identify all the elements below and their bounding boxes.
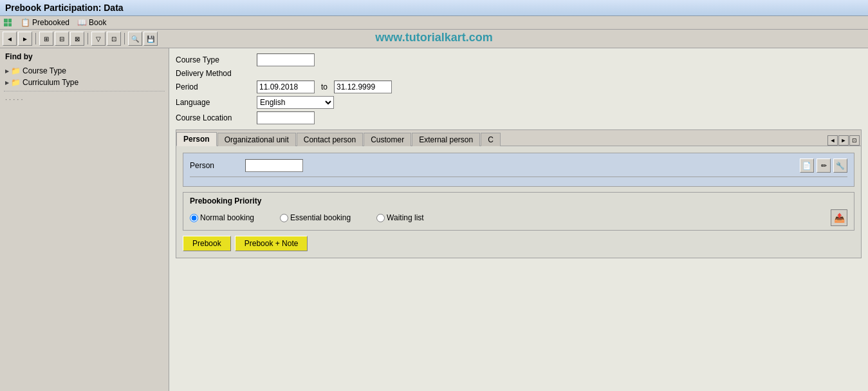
period-from-input[interactable] xyxy=(257,81,315,93)
person-form-row: Person 📄 ✏ 🔧 xyxy=(190,158,847,173)
prebooking-priority-box: Prebooking Priority Normal booking Essen… xyxy=(183,192,854,231)
toolbar-separator-1 xyxy=(35,33,36,44)
priority-essential[interactable]: Essential booking xyxy=(280,213,351,222)
period-to-label: to xyxy=(321,82,328,91)
tab-content-person: Person 📄 ✏ 🔧 Prebooking Priority xyxy=(176,146,861,258)
tab-organizational-unit[interactable]: Organizational unit xyxy=(217,133,296,146)
sap-logo-icon xyxy=(3,17,13,28)
toolbar-btn-7[interactable]: ⊡ xyxy=(107,32,121,46)
menu-book[interactable]: 📖 Book xyxy=(77,18,106,27)
prebook-button[interactable]: Prebook xyxy=(183,236,231,251)
forward-button[interactable]: ► xyxy=(18,32,32,46)
priority-options: Normal booking Essential booking Waiting… xyxy=(190,209,847,226)
tab-customer[interactable]: Customer xyxy=(364,133,411,146)
tree-label-course-type: Course Type xyxy=(23,66,66,75)
prebook-note-button[interactable]: Prebook + Note xyxy=(235,236,308,251)
tree-item-curriculum-type[interactable]: ▶ 📁 Curriculum Type xyxy=(3,77,166,88)
book-icon: 📖 xyxy=(77,18,87,27)
person-label: Person xyxy=(190,161,241,170)
toolbar-btn-6[interactable]: ▽ xyxy=(91,32,106,46)
book-label: Book xyxy=(89,18,106,27)
priority-waiting-radio[interactable] xyxy=(376,214,385,222)
delivery-method-row: Delivery Method xyxy=(176,69,862,78)
search-button[interactable]: 🔍 xyxy=(128,32,142,46)
save-button[interactable]: 💾 xyxy=(143,32,158,46)
person-edit-icon-btn[interactable]: ✏ xyxy=(817,158,831,173)
toolbar-btn-3[interactable]: ⊞ xyxy=(39,32,53,46)
toolbar: ◄ ► ⊞ ⊟ ⊠ ▽ ⊡ 🔍 💾 xyxy=(0,30,868,48)
period-row: Period to xyxy=(176,81,862,93)
menu-bar: 📋 Prebooked 📖 Book www.tutorialkart.com xyxy=(0,16,868,30)
person-inner-box: Person 📄 ✏ 🔧 xyxy=(183,153,854,187)
person-input[interactable] xyxy=(245,159,303,172)
priority-waiting-label: Waiting list xyxy=(387,213,424,222)
tabs-container: Person Organizational unit Contact perso… xyxy=(176,129,862,258)
course-type-label: Course Type xyxy=(176,55,253,64)
prebooking-priority-title: Prebooking Priority xyxy=(190,196,847,205)
tab-person-label: Person xyxy=(183,135,210,144)
course-location-row: Course Location xyxy=(176,111,862,124)
toolbar-btn-4[interactable]: ⊟ xyxy=(55,32,69,46)
tab-external-person[interactable]: External person xyxy=(412,133,480,146)
course-location-label: Course Location xyxy=(176,113,253,122)
right-panel: Course Type Delivery Method Period to La… xyxy=(169,48,868,391)
person-tab-icons: 📄 ✏ 🔧 xyxy=(799,158,847,173)
toolbar-separator-2 xyxy=(88,33,88,44)
period-label: Period xyxy=(176,82,253,91)
tabs-nav: ◄ ► ⊡ xyxy=(827,135,860,146)
tab-nav-prev[interactable]: ◄ xyxy=(827,135,838,146)
priority-normal-radio[interactable] xyxy=(190,214,198,222)
period-to-input[interactable] xyxy=(334,81,392,93)
prebooked-icon: 📋 xyxy=(21,18,30,27)
priority-essential-radio[interactable] xyxy=(280,214,288,222)
tabs-header: Person Organizational unit Contact perso… xyxy=(176,130,861,146)
priority-send-button[interactable]: 📤 xyxy=(831,209,847,226)
priority-waiting[interactable]: Waiting list xyxy=(376,213,424,222)
tree-footer: · · · · · xyxy=(3,94,166,104)
folder-icon-curriculum-type: 📁 xyxy=(11,78,21,87)
back-button[interactable]: ◄ xyxy=(3,32,17,46)
tab-nav-expand[interactable]: ⊡ xyxy=(849,135,860,146)
tree-item-course-type[interactable]: ▶ 📁 Course Type xyxy=(3,65,166,77)
tab-person[interactable]: Person xyxy=(176,132,217,146)
person-new-icon-btn[interactable]: 📄 xyxy=(800,158,814,173)
find-by-label: Find by xyxy=(3,51,166,62)
language-label: Language xyxy=(176,98,253,107)
person-divider xyxy=(190,176,847,177)
language-row: Language English German French Spanish xyxy=(176,96,862,109)
action-buttons: Prebook Prebook + Note xyxy=(183,236,854,251)
tab-contact-person[interactable]: Contact person xyxy=(297,133,363,146)
priority-essential-label: Essential booking xyxy=(290,213,351,222)
delivery-method-label: Delivery Method xyxy=(176,69,253,78)
menu-prebooked[interactable]: 📋 Prebooked xyxy=(21,18,69,27)
expand-icon-course-type: ▶ xyxy=(5,68,9,74)
tab-external-label: External person xyxy=(419,135,473,144)
tab-contact-label: Contact person xyxy=(304,135,356,144)
title-bar: Prebook Participation: Data xyxy=(0,0,868,16)
tab-c-label: C xyxy=(488,135,494,144)
expand-icon-curriculum-type: ▶ xyxy=(5,80,9,86)
tree-label-curriculum-type: Curriculum Type xyxy=(23,78,78,87)
left-panel: Find by ▶ 📁 Course Type ▶ 📁 Curriculum T… xyxy=(0,48,169,391)
priority-normal-label: Normal booking xyxy=(200,213,254,222)
tab-org-label: Organizational unit xyxy=(225,135,289,144)
course-location-input[interactable] xyxy=(257,111,315,124)
course-type-input[interactable] xyxy=(257,53,315,66)
main-layout: Find by ▶ 📁 Course Type ▶ 📁 Curriculum T… xyxy=(0,48,868,391)
folder-icon-course-type: 📁 xyxy=(11,66,21,75)
toolbar-separator-3 xyxy=(124,33,125,44)
prebooked-label: Prebooked xyxy=(32,18,69,27)
tab-c[interactable]: C xyxy=(481,133,501,146)
tab-nav-next[interactable]: ► xyxy=(838,135,849,146)
tree-divider xyxy=(4,91,165,91)
language-select[interactable]: English German French Spanish xyxy=(257,96,334,109)
tab-customer-label: Customer xyxy=(371,135,404,144)
toolbar-btn-5[interactable]: ⊠ xyxy=(70,32,84,46)
person-extra-icon-btn[interactable]: 🔧 xyxy=(833,158,847,173)
priority-normal[interactable]: Normal booking xyxy=(190,213,254,222)
window-title: Prebook Participation: Data xyxy=(5,3,124,13)
course-type-row: Course Type xyxy=(176,53,862,66)
